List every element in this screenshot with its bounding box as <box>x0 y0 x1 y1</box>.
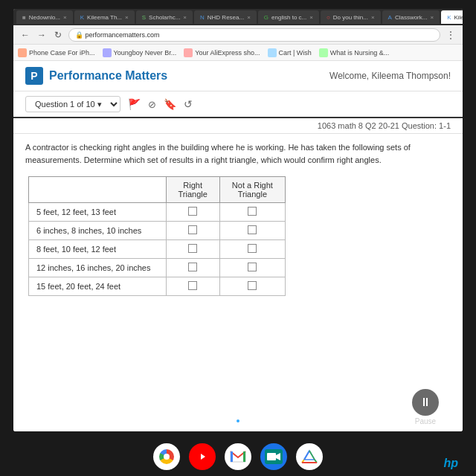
taskbar-drive-icon[interactable] <box>296 443 323 470</box>
col-right-triangle-header: RightTriangle <box>166 177 219 203</box>
tab-kileema2[interactable]: K Kileema Th... × <box>441 10 463 24</box>
question-body: A contractor is checking right angles in… <box>13 134 463 431</box>
meet-logo-svg <box>265 449 283 464</box>
nav-bar: ← → ↻ 🔒 performancematters.com ⋮ <box>13 25 463 45</box>
bookmark-wish[interactable]: Cart | Wish <box>268 48 312 57</box>
svg-line-14 <box>309 451 315 460</box>
bookmark-label: Youngboy Never Br... <box>114 49 177 57</box>
tab-classwork[interactable]: A Classwork... × <box>382 10 440 24</box>
pause-icon: ⏸ <box>419 396 431 409</box>
checkbox-icon[interactable] <box>188 281 197 290</box>
table-row: 12 inches, 16 inches, 20 inches <box>29 259 286 277</box>
forward-button[interactable]: → <box>36 30 48 40</box>
checkbox-icon[interactable] <box>248 244 257 253</box>
checkbox-notright-3[interactable] <box>219 240 285 259</box>
bookmark-aliexpress[interactable]: Your AliExpress sho... <box>184 48 260 57</box>
tab-scholar[interactable]: S Scholarhc... × <box>136 10 193 24</box>
checkbox-right-2[interactable] <box>166 222 219 240</box>
measurement-cell: 15 feet, 20 feet, 24 feet <box>29 277 167 296</box>
tab-bar: ■ Nedownlo... × K Kileema Th... × S Scho… <box>13 9 463 25</box>
tab-close-icon[interactable]: × <box>371 14 375 21</box>
browser-chrome: ■ Nedownlo... × K Kileema Th... × S Scho… <box>13 9 463 61</box>
bookmark-icon[interactable]: 🔖 <box>164 98 176 110</box>
tab-close-icon[interactable]: × <box>125 14 129 21</box>
reload-button[interactable]: ↻ <box>52 30 64 40</box>
pm-welcome: Welcome, Kileema Thompson! <box>329 71 451 81</box>
measurement-cell: 5 feet, 12 feet, 13 feet <box>29 203 167 222</box>
pause-overlay: ⏸ Pause <box>412 389 439 425</box>
tab-english[interactable]: G english to c... × <box>258 10 319 24</box>
pause-button[interactable]: ⏸ <box>412 389 439 416</box>
tab-kileema1[interactable]: K Kileema Th... × <box>74 10 135 24</box>
checkbox-right-3[interactable] <box>166 240 219 259</box>
power-light <box>237 419 239 422</box>
refresh-icon[interactable]: ↺ <box>184 98 193 110</box>
measurement-cell: 12 inches, 16 inches, 20 inches <box>29 259 167 277</box>
drive-logo-svg <box>300 449 318 464</box>
taskbar <box>0 437 476 476</box>
col-measurement-header <box>29 177 167 203</box>
url-bar[interactable]: 🔒 performancematters.com <box>68 28 440 42</box>
pm-header: P Performance Matters Welcome, Kileema T… <box>13 61 463 91</box>
tab-close-icon[interactable]: × <box>309 14 313 21</box>
checkbox-icon[interactable] <box>248 263 257 271</box>
checkbox-icon[interactable] <box>188 263 197 271</box>
tab-nhd[interactable]: N NHD Resea... × <box>194 10 257 24</box>
pm-logo-icon: P <box>25 67 43 85</box>
col-not-right-triangle-header: Not a RightTriangle <box>219 177 285 203</box>
chrome-logo <box>159 449 174 464</box>
bookmark-phone[interactable]: Phone Case For iPh... <box>18 48 95 57</box>
bookmarks-bar: Phone Case For iPh... Youngboy Never Br.… <box>13 45 463 61</box>
bookmark-nursing[interactable]: What is Nursing &... <box>319 48 390 57</box>
checkbox-icon[interactable] <box>188 207 197 216</box>
checkbox-notright-4[interactable] <box>219 259 285 277</box>
url-text: performancematters.com <box>86 31 160 39</box>
checkbox-notright-5[interactable] <box>219 277 285 296</box>
taskbar-chrome-icon[interactable] <box>153 443 180 470</box>
checkbox-right-4[interactable] <box>166 259 219 277</box>
checkbox-icon[interactable] <box>248 207 257 216</box>
tab-close-icon[interactable]: × <box>63 14 67 21</box>
table-row: 5 feet, 12 feet, 13 feet <box>29 203 286 222</box>
checkbox-notright-2[interactable] <box>219 222 285 240</box>
taskbar-gmail-icon[interactable] <box>225 443 251 470</box>
tab-close-icon[interactable]: × <box>183 14 187 21</box>
bookmark-label: Phone Case For iPh... <box>29 49 95 57</box>
svg-line-13 <box>304 451 309 460</box>
checkbox-right-1[interactable] <box>166 203 219 222</box>
checkbox-icon[interactable] <box>188 244 197 253</box>
table-row: 15 feet, 20 feet, 24 feet <box>29 277 286 296</box>
back-button[interactable]: ← <box>19 30 31 40</box>
checkbox-icon[interactable] <box>248 225 257 234</box>
bookmark-label: Cart | Wish <box>279 49 312 57</box>
gmail-logo-svg <box>229 449 247 464</box>
tab-doyou[interactable]: ○ Do you thin... × <box>321 10 381 24</box>
tab-nedownlo[interactable]: ■ Nedownlo... × <box>16 10 73 24</box>
tab-close-icon[interactable]: × <box>430 14 434 21</box>
question-toolbar: Question 1 of 10 ▾ 🚩 ⊘ 🔖 ↺ <box>13 91 463 118</box>
svg-rect-4 <box>243 451 245 462</box>
taskbar-meet-icon[interactable] <box>260 443 287 470</box>
clear-icon[interactable]: ⊘ <box>148 99 156 110</box>
taskbar-youtube-icon[interactable] <box>189 443 216 470</box>
pm-logo-area: P Performance Matters <box>25 67 167 85</box>
bookmark-youngboy[interactable]: Youngboy Never Br... <box>103 48 177 57</box>
youtube-logo-svg <box>194 451 210 463</box>
checkbox-icon[interactable] <box>188 225 197 234</box>
table-row: 6 inches, 8 inches, 10 inches <box>29 222 286 240</box>
answer-table: RightTriangle Not a RightTriangle 5 feet… <box>28 176 286 296</box>
checkbox-icon[interactable] <box>248 281 257 290</box>
svg-rect-6 <box>267 453 276 460</box>
tab-close-icon[interactable]: × <box>247 14 251 21</box>
more-options-button[interactable]: ⋮ <box>445 30 457 40</box>
table-row: 8 feet, 10 feet, 12 feet <box>29 240 286 259</box>
question-meta: 1063 math 8 Q2 20-21 Question: 1-1 <box>13 118 463 134</box>
measurement-cell: 6 inches, 8 inches, 10 inches <box>29 222 167 240</box>
bookmark-label: Your AliExpress sho... <box>195 49 260 57</box>
checkbox-right-5[interactable] <box>166 277 219 296</box>
question-selector[interactable]: Question 1 of 10 ▾ <box>25 96 120 112</box>
checkbox-notright-1[interactable] <box>219 203 285 222</box>
bookmark-label: What is Nursing &... <box>330 49 390 57</box>
question-text: A contractor is checking right angles in… <box>25 141 451 166</box>
flag-icon[interactable]: 🚩 <box>128 98 141 110</box>
